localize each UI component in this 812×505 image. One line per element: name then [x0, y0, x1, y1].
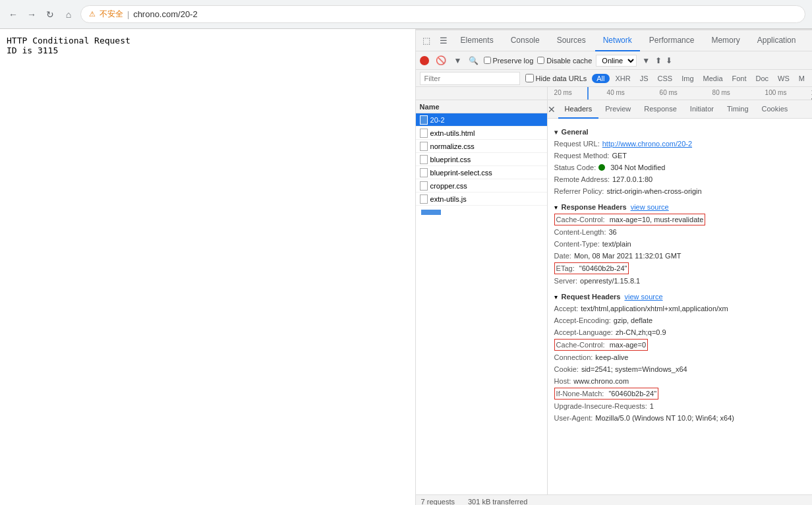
- status-code-value: 304 Not Modified: [610, 162, 665, 173]
- details-content: General Request URL: http://www.chrono.c…: [548, 119, 812, 494]
- upload-icon[interactable]: ⬆: [655, 56, 662, 65]
- transferred-size: 301 kB transferred: [468, 498, 528, 506]
- details-tab-initiator[interactable]: Initiator: [683, 100, 720, 119]
- download-icon[interactable]: ⬇: [666, 56, 672, 65]
- preserve-log-text: Preserve log: [493, 57, 534, 65]
- tab-network[interactable]: Network: [595, 30, 640, 51]
- disable-cache-checkbox[interactable]: [537, 57, 544, 64]
- file-icon-blueprint-select: [420, 168, 428, 177]
- devtools-inspect-icon[interactable]: ⬚: [419, 33, 434, 49]
- request-url-label: Request URL:: [554, 138, 600, 149]
- general-section-header: General: [554, 128, 805, 136]
- filter-all[interactable]: All: [592, 74, 609, 83]
- content-type-row: Content-Type: text/plain: [554, 239, 805, 249]
- timeline-label-40: 40 ms: [607, 89, 625, 96]
- upgrade-row: Upgrade-Insecure-Requests: 1: [554, 401, 805, 411]
- search-icon[interactable]: 🔍: [467, 55, 480, 67]
- network-item-20-2[interactable]: 20-2: [416, 113, 547, 127]
- network-item-extn-utils-html[interactable]: extn-utils.html: [416, 127, 547, 140]
- file-icon-cropper: [420, 181, 428, 191]
- preserve-log-checkbox[interactable]: [484, 57, 491, 64]
- details-tab-timing[interactable]: Timing: [720, 100, 755, 119]
- browser-nav: ← → ↻ ⌂ ⚠ 不安全 | chrono.com/20-2: [0, 0, 812, 28]
- file-icon-extn-js: [420, 194, 428, 204]
- throttle-icon[interactable]: ▼: [641, 55, 651, 67]
- filter-input[interactable]: [420, 72, 520, 85]
- timeline-label-100: 100 ms: [765, 89, 787, 96]
- clear-button[interactable]: 🚫: [433, 53, 449, 69]
- tab-memory[interactable]: Memory: [703, 30, 747, 51]
- back-button[interactable]: ←: [7, 8, 20, 21]
- filter-media[interactable]: Media: [700, 74, 726, 83]
- filter-css[interactable]: CSS: [654, 74, 676, 83]
- waterfall-row-1: [416, 206, 547, 219]
- disable-cache-label[interactable]: Disable cache: [537, 57, 592, 65]
- timeline-label-20: 20 ms: [554, 89, 572, 96]
- filter-xhr[interactable]: XHR: [612, 74, 634, 83]
- filter-m[interactable]: M: [796, 74, 808, 83]
- filter-img[interactable]: Img: [678, 74, 697, 83]
- close-details-button[interactable]: ✕: [548, 104, 556, 115]
- devtools-tabbar: ⬚ ☰ Elements Console Sources Network Per…: [416, 30, 812, 51]
- network-item-normalize-css[interactable]: normalize.css: [416, 140, 547, 153]
- throttle-select[interactable]: Online: [596, 55, 637, 67]
- tab-sources[interactable]: Sources: [549, 30, 594, 51]
- server-row: Server: openresty/1.15.8.1: [554, 276, 805, 286]
- home-button[interactable]: ⌂: [62, 8, 75, 21]
- user-agent-row: User-Agent: Mozilla/5.0 (Windows NT 10.0…: [554, 413, 805, 423]
- request-url-value[interactable]: http://www.chrono.com/20-2: [602, 138, 692, 149]
- devtools-panel: ⬚ ☰ Elements Console Sources Network Per…: [416, 29, 812, 505]
- etag-label: ETag:: [556, 264, 575, 272]
- remote-address-row: Remote Address: 127.0.0.1:80: [554, 174, 805, 185]
- details-tab-cookies[interactable]: Cookies: [755, 100, 795, 119]
- filter-js[interactable]: JS: [637, 74, 652, 83]
- accept-language-row: Accept-Language: zh-CN,zh;q=0.9: [554, 327, 805, 338]
- record-button[interactable]: [420, 56, 429, 65]
- network-item-extn-utils-js[interactable]: extn-utils.js: [416, 193, 547, 206]
- tab-performance[interactable]: Performance: [641, 30, 703, 51]
- connection-label: Connection:: [554, 352, 593, 363]
- filter-doc[interactable]: Doc: [753, 74, 772, 83]
- address-bar[interactable]: ⚠ 不安全 | chrono.com/20-2: [80, 5, 805, 23]
- details-tab-headers[interactable]: Headers: [558, 100, 599, 119]
- req-cache-control-label: Cache-Control:: [556, 341, 605, 349]
- upgrade-label: Upgrade-Insecure-Requests:: [554, 401, 647, 411]
- content-length-row: Content-Length: 36: [554, 227, 805, 237]
- hide-data-urls-label[interactable]: Hide data URLs: [525, 74, 587, 82]
- accept-encoding-value: gzip, deflate: [614, 315, 652, 326]
- hide-data-urls-text: Hide data URLs: [536, 74, 587, 82]
- details-tab-preview[interactable]: Preview: [598, 100, 637, 119]
- network-item-name-blueprint-select: blueprint-select.css: [430, 169, 492, 177]
- server-value: openresty/1.15.8.1: [580, 276, 640, 286]
- tab-elements[interactable]: Elements: [453, 30, 502, 51]
- connection-row: Connection: keep-alive: [554, 352, 805, 363]
- filter-ws[interactable]: WS: [774, 74, 793, 83]
- date-row: Date: Mon, 08 Mar 2021 11:32:01 GMT: [554, 251, 805, 261]
- devtools-phone-icon[interactable]: ☰: [436, 33, 451, 49]
- tab-application[interactable]: Application: [749, 30, 804, 51]
- details-tab-response[interactable]: Response: [637, 100, 683, 119]
- network-item-blueprint-css[interactable]: blueprint.css: [416, 153, 547, 166]
- response-view-source[interactable]: view source: [631, 203, 669, 211]
- refresh-button[interactable]: ↻: [44, 8, 57, 21]
- connection-value: keep-alive: [595, 352, 628, 363]
- cache-control-resp-label: Cache-Control:: [556, 216, 605, 223]
- page-line2: ID is 3115: [7, 45, 409, 55]
- accept-language-value: zh-CN,zh;q=0.9: [616, 327, 666, 338]
- forward-button[interactable]: →: [25, 8, 38, 21]
- date-label: Date:: [554, 251, 571, 261]
- preserve-log-label[interactable]: Preserve log: [484, 57, 534, 65]
- disable-cache-text: Disable cache: [546, 57, 592, 65]
- network-item-blueprint-select[interactable]: blueprint-select.css: [416, 166, 547, 179]
- tab-console[interactable]: Console: [503, 30, 548, 51]
- filter-font[interactable]: Font: [729, 74, 750, 83]
- filter-icon[interactable]: ▼: [453, 55, 463, 67]
- network-item-cropper-css[interactable]: cropper.css: [416, 179, 547, 193]
- filter-types: All XHR JS CSS Img Media Font Doc WS M: [592, 74, 808, 83]
- hide-data-urls-checkbox[interactable]: [525, 74, 534, 82]
- request-view-source[interactable]: view source: [624, 293, 662, 301]
- timeline-indicator: [587, 87, 589, 100]
- req-cache-control-value: max-age=0: [610, 341, 646, 349]
- name-col-spacer: [416, 87, 548, 100]
- request-method-label: Request Method:: [554, 150, 610, 161]
